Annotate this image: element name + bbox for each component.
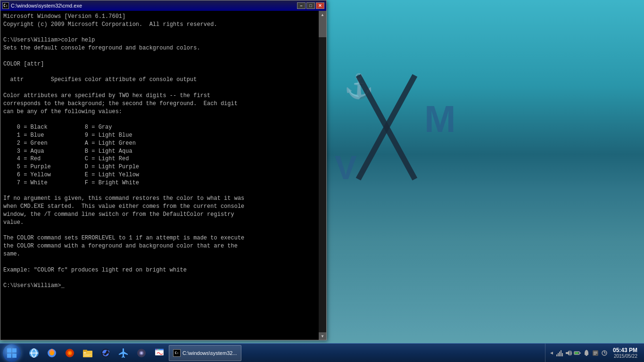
network-tray-icon[interactable] [556, 349, 563, 357]
svg-rect-33 [556, 354, 557, 356]
cmd-title-left: C: C:\windows\system32\cmd.exe [2, 2, 82, 9]
extra-tray-icon-2[interactable] [601, 349, 608, 357]
svg-rect-37 [562, 353, 563, 356]
file-manager-icon[interactable] [79, 345, 96, 362]
camera-icon[interactable] [133, 345, 150, 362]
cmd-window-icon: C: [2, 2, 9, 9]
scroll-down-arrow[interactable]: ▼ [319, 332, 326, 340]
cmd-window: C: C:\windows\system32\cmd.exe – □ ✕ Mic… [0, 0, 327, 340]
svg-rect-6 [12, 348, 17, 353]
clock-date: 2015/05/22 [614, 354, 637, 359]
svg-rect-41 [586, 355, 587, 356]
svg-rect-8 [12, 354, 17, 358]
svg-rect-17 [83, 351, 92, 357]
svg-rect-43 [594, 352, 597, 353]
svg-text:M: M [424, 98, 456, 140]
svg-rect-18 [83, 350, 87, 352]
svg-line-1 [358, 75, 415, 179]
cmd-title-text: C:\windows\system32\cmd.exe [11, 3, 82, 8]
cmd-titlebar: C: C:\windows\system32\cmd.exe – □ ✕ [0, 0, 326, 11]
desktop: ⚓ M V C: C:\windows\system32\cmd.exe – □… [0, 0, 644, 362]
windows-logo-icon [7, 348, 17, 358]
svg-point-26 [141, 352, 142, 354]
svg-point-31 [159, 349, 160, 350]
svg-rect-21 [84, 355, 90, 356]
tray-icons [556, 349, 608, 357]
volume-tray-icon[interactable] [565, 349, 572, 357]
cmd-controls: – □ ✕ [297, 2, 324, 9]
minimize-button[interactable]: – [297, 2, 305, 9]
internet-explorer-icon[interactable] [25, 345, 42, 362]
another-browser-icon[interactable] [61, 345, 78, 362]
cmd-taskbar-active-icon: C: [173, 349, 181, 357]
svg-rect-44 [594, 353, 597, 354]
svg-rect-35 [559, 352, 560, 356]
battery-tray-icon[interactable] [574, 349, 581, 357]
steam-icon[interactable] [97, 345, 114, 362]
scroll-up-arrow[interactable]: ▲ [319, 11, 326, 18]
svg-point-29 [156, 349, 157, 350]
cmd-scrollbar[interactable]: ▲ ▼ [319, 11, 326, 340]
taskbar-items: C: C:\windows\system32... [24, 345, 545, 362]
svg-text:⚓: ⚓ [344, 72, 374, 100]
svg-point-30 [157, 349, 158, 350]
extra-tray-icon-1[interactable] [592, 349, 599, 357]
maximize-button[interactable]: □ [306, 2, 315, 9]
svg-rect-40 [579, 353, 581, 354]
cmd-content[interactable]: Microsoft Windows [Version 6.1.7601] Cop… [0, 11, 319, 340]
svg-rect-39 [575, 352, 578, 354]
tray-expand-arrow[interactable]: ◄ [549, 350, 554, 355]
svg-rect-45 [594, 354, 596, 355]
taskbar: C: C:\windows\system32... ◄ [0, 343, 644, 362]
scrollbar-thumb[interactable] [319, 18, 326, 37]
cmd-taskbar-active[interactable]: C: C:\windows\system32... [169, 345, 241, 361]
clock[interactable]: 05:43 PM 2015/05/22 [610, 347, 640, 359]
firefox-icon[interactable] [43, 345, 60, 362]
cmd-taskbar-active-label: C:\windows\system32... [182, 350, 237, 356]
cmd-body: Microsoft Windows [Version 6.1.7601] Cop… [0, 11, 326, 340]
svg-rect-19 [84, 352, 86, 354]
clock-time: 05:43 PM [613, 347, 637, 354]
start-button[interactable] [0, 344, 24, 362]
svg-rect-34 [558, 353, 559, 356]
svg-text:V: V [335, 149, 357, 186]
svg-line-2 [358, 75, 415, 179]
svg-point-16 [69, 352, 71, 354]
start-orb [3, 344, 21, 362]
notification-tray-icon[interactable] [583, 349, 590, 357]
desktop-art: ⚓ M V [321, 47, 641, 283]
paint-icon[interactable] [151, 345, 168, 362]
system-tray: ◄ [545, 344, 644, 362]
svg-rect-20 [84, 354, 91, 355]
svg-rect-7 [7, 354, 11, 358]
svg-rect-36 [561, 350, 561, 356]
scrollbar-track[interactable] [319, 18, 326, 332]
svg-rect-5 [7, 348, 11, 353]
close-button[interactable]: ✕ [316, 2, 324, 9]
airplane-icon[interactable] [115, 345, 132, 362]
